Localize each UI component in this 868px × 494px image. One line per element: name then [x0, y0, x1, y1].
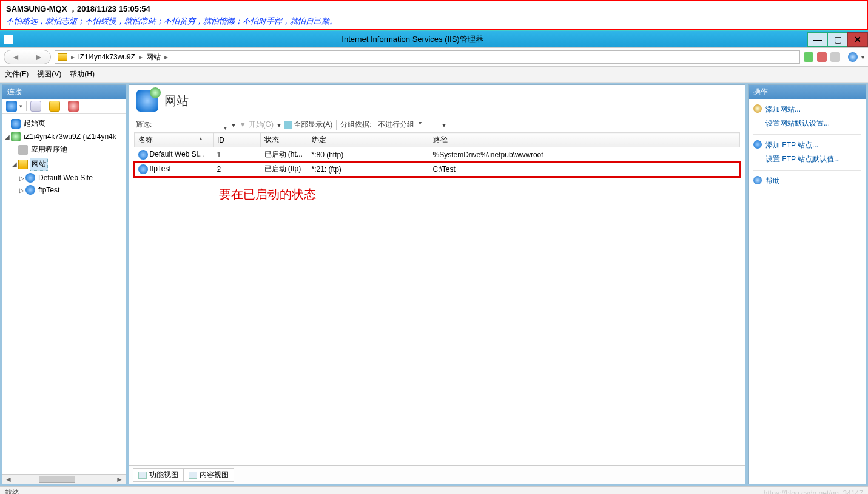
- connections-toolbar: ▾: [2, 99, 126, 114]
- connect-icon[interactable]: [6, 101, 17, 112]
- cell-status: 已启动 (ht...: [261, 147, 308, 162]
- action-label: 添加 FTP 站点...: [765, 141, 818, 149]
- add-website-icon: [753, 104, 762, 113]
- content-view-icon: [189, 472, 197, 479]
- sites-big-icon: [136, 90, 158, 112]
- scroll-thumb[interactable]: [39, 476, 75, 483]
- action-site-defaults[interactable]: 设置网站默认设置...: [753, 117, 861, 130]
- tab-content-view[interactable]: 内容视图: [183, 468, 234, 482]
- scroll-left-icon[interactable]: ◄: [2, 475, 15, 484]
- grid-header-row: 名称 ID 状态 绑定 路径: [135, 133, 740, 147]
- collapse-icon[interactable]: ◢: [11, 161, 18, 167]
- filter-toolbar: 筛选: ▾ ▼ 开始(G) ▾ 全部显示(A) 分组依据: 不进行分组 ▾: [129, 117, 745, 132]
- connections-tree: 起始页 ◢ iZ1i4yn4k73wu9Z (iZ1i4yn4k 应用程序池 ◢…: [2, 114, 126, 474]
- sites-folder-icon: [18, 160, 28, 169]
- breadcrumb-server[interactable]: iZ1i4yn4k73wu9Z: [76, 53, 138, 61]
- actions-header: 操作: [749, 85, 866, 99]
- minimize-button[interactable]: —: [807, 32, 828, 47]
- dropdown-icon[interactable]: ▾: [861, 54, 864, 61]
- menu-view[interactable]: 视图(V): [37, 69, 61, 80]
- cell-binding: *:21: (ftp): [308, 162, 429, 177]
- col-id[interactable]: ID: [214, 133, 261, 147]
- showall-label: 全部显示(A): [294, 120, 332, 129]
- breadcrumb-sep: ▸: [70, 53, 76, 61]
- cell-name: Default Web Si...: [150, 150, 204, 158]
- col-status[interactable]: 状态: [261, 133, 308, 147]
- breadcrumb-section[interactable]: 网站: [144, 52, 163, 63]
- col-name[interactable]: 名称: [135, 133, 214, 147]
- back-icon[interactable]: ◄: [12, 52, 20, 62]
- forward-icon[interactable]: ►: [35, 52, 43, 62]
- globe-icon: [25, 173, 35, 183]
- main-area: 连接 ▾ 起始页 ◢ iZ1i4yn4k73wu9Z (iZ1i4yn4k: [0, 83, 868, 486]
- sites-grid: 名称 ID 状态 绑定 路径 Default Web Si... 1 已启动 (…: [134, 132, 740, 177]
- groupby-dropdown[interactable]: 不进行分组: [375, 120, 423, 130]
- tree-site-default[interactable]: ▷ Default Web Site: [4, 172, 124, 184]
- menu-file[interactable]: 文件(F): [5, 69, 29, 80]
- action-add-website[interactable]: 添加网站...: [753, 103, 861, 117]
- breadcrumb-bar[interactable]: ▸ iZ1i4yn4k73wu9Z ▸ 网站 ▸: [55, 50, 800, 64]
- features-view-icon: [138, 472, 147, 479]
- actions-list: 添加网站... 设置网站默认设置... 添加 FTP 站点... 设置 FTP …: [749, 99, 866, 484]
- help-icon: [753, 176, 762, 184]
- tree-label-selected: 网站: [30, 158, 48, 171]
- horizontal-scrollbar[interactable]: ◄ ►: [2, 474, 126, 484]
- dropdown-icon[interactable]: ▾: [19, 103, 22, 109]
- up-level-icon[interactable]: [49, 101, 60, 112]
- refresh-icon[interactable]: [804, 52, 813, 62]
- remove-connection-icon[interactable]: [68, 101, 79, 112]
- navigation-bar: ◄ ► ▸ iZ1i4yn4k73wu9Z ▸ 网站 ▸ ▾: [0, 47, 868, 67]
- content-title: 网站: [164, 93, 189, 109]
- col-path[interactable]: 路径: [429, 133, 740, 147]
- status-watermark: https://blog.csdn.net/qq_34147: [764, 489, 863, 495]
- globe-icon: [25, 185, 35, 195]
- action-ftp-defaults[interactable]: 设置 FTP 站点默认值...: [753, 152, 861, 166]
- collapse-icon[interactable]: ◢: [4, 134, 11, 140]
- tree-start-page[interactable]: 起始页: [4, 117, 124, 130]
- expand-icon[interactable]: ▷: [18, 187, 25, 194]
- app-pool-icon: [18, 145, 28, 155]
- actions-panel: 操作 添加网站... 设置网站默认设置... 添加 FTP 站点... 设置 F…: [748, 84, 866, 484]
- menu-help[interactable]: 帮助(H): [70, 69, 95, 80]
- stop-icon[interactable]: [817, 52, 827, 62]
- annotation-text: 要在已启动的状态: [219, 186, 740, 203]
- maximize-button[interactable]: ▢: [827, 32, 848, 47]
- tree-site-ftptest[interactable]: ▷ ftpTest: [4, 184, 124, 196]
- grid-row-highlighted[interactable]: ftpTest 2 已启动 (ftp) *:21: (ftp) C:\Test: [135, 162, 740, 177]
- status-bar: 就绪 https://blog.csdn.net/qq_34147: [0, 486, 868, 494]
- action-help[interactable]: 帮助: [753, 174, 861, 188]
- tree-app-pools[interactable]: 应用程序池: [4, 143, 124, 157]
- col-binding[interactable]: 绑定: [308, 133, 429, 147]
- cell-name: ftpTest: [150, 164, 171, 173]
- filter-input[interactable]: [155, 124, 228, 125]
- grid-row[interactable]: Default Web Si... 1 已启动 (ht... *:80 (htt…: [135, 147, 740, 162]
- expand-icon[interactable]: ▷: [18, 175, 25, 181]
- nav-sep: [844, 52, 844, 62]
- showall-button[interactable]: 全部显示(A): [284, 120, 332, 130]
- tree-label: 起始页: [22, 118, 47, 129]
- action-add-ftp-site[interactable]: 添加 FTP 站点...: [753, 138, 861, 152]
- tab-label: 内容视图: [200, 470, 229, 480]
- tree-server[interactable]: ◢ iZ1i4yn4k73wu9Z (iZ1i4yn4k: [4, 130, 124, 143]
- showall-icon: [284, 121, 292, 129]
- scroll-right-icon[interactable]: ►: [113, 475, 126, 484]
- actions-group-ftp: 添加 FTP 站点... 设置 FTP 站点默认值...: [753, 138, 861, 171]
- cell-path: %SystemDrive%\inetpub\wwwroot: [429, 147, 740, 162]
- banner-line1: SAMSUNG-MQX ，2018/11/23 15:05:54: [6, 4, 862, 15]
- close-button[interactable]: ✕: [847, 32, 868, 47]
- start-page-icon: [11, 119, 21, 129]
- server-icon: [11, 132, 21, 141]
- tab-features-view[interactable]: 功能视图: [133, 468, 184, 482]
- home-icon[interactable]: [830, 52, 840, 62]
- filter-label: 筛选:: [135, 120, 152, 130]
- cell-status: 已启动 (ftp): [261, 162, 308, 177]
- tree-label: 应用程序池: [30, 144, 69, 155]
- cell-path: C:\Test: [429, 162, 740, 177]
- help-icon[interactable]: [848, 52, 858, 62]
- cell-id: 1: [214, 147, 261, 162]
- nav-back-forward[interactable]: ◄ ►: [4, 50, 51, 64]
- toolbar-sep: [45, 101, 45, 111]
- toolbar-sep: [64, 101, 64, 111]
- tree-sites[interactable]: ◢ 网站: [4, 157, 124, 172]
- save-icon[interactable]: [30, 101, 41, 112]
